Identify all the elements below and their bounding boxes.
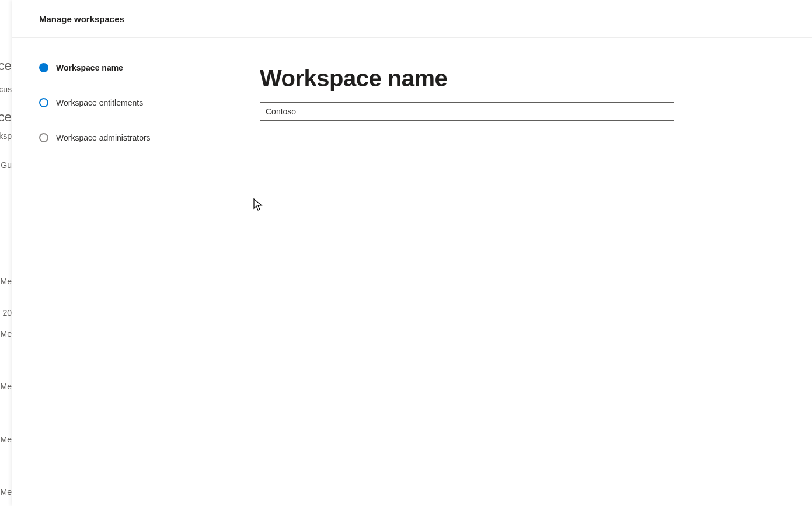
workspace-name-input[interactable]	[260, 102, 674, 121]
step-label: Workspace administrators	[56, 133, 151, 142]
background-obscured-content: ce cus ce rksp Gu Me 20 Me Me Me Me	[0, 0, 12, 506]
step-label: Workspace entitlements	[56, 98, 143, 107]
bg-text: Gu	[1, 160, 12, 173]
bg-text: Me	[1, 329, 12, 339]
step-indicator-next-icon	[39, 98, 48, 107]
main-content: Workspace name	[231, 38, 812, 506]
panel-title: Manage workspaces	[39, 14, 124, 24]
panel-body: Workspace name Workspace entitlements Wo…	[12, 38, 812, 506]
bg-text: Me	[1, 487, 12, 497]
step-indicator-pending-icon	[39, 133, 48, 142]
step-workspace-name[interactable]: Workspace name	[39, 63, 231, 72]
bg-text: Me	[1, 277, 12, 286]
step-connector	[44, 75, 44, 95]
step-workspace-administrators[interactable]: Workspace administrators	[39, 133, 231, 142]
bg-text: ce	[0, 58, 12, 74]
step-indicator-active-icon	[39, 63, 48, 72]
manage-workspaces-panel: Manage workspaces Workspace name Workspa…	[12, 0, 812, 506]
bg-text: ce	[0, 110, 12, 125]
bg-text: rksp	[0, 131, 12, 141]
page-heading: Workspace name	[260, 65, 783, 92]
panel-header: Manage workspaces	[12, 0, 812, 38]
step-connector	[44, 110, 44, 130]
bg-text: cus	[0, 85, 12, 94]
step-workspace-entitlements[interactable]: Workspace entitlements	[39, 98, 231, 107]
wizard-stepper: Workspace name Workspace entitlements Wo…	[12, 38, 231, 506]
bg-text: 20	[2, 308, 12, 317]
bg-text: Me	[1, 435, 12, 444]
bg-text: Me	[1, 382, 12, 391]
step-label: Workspace name	[56, 63, 123, 72]
